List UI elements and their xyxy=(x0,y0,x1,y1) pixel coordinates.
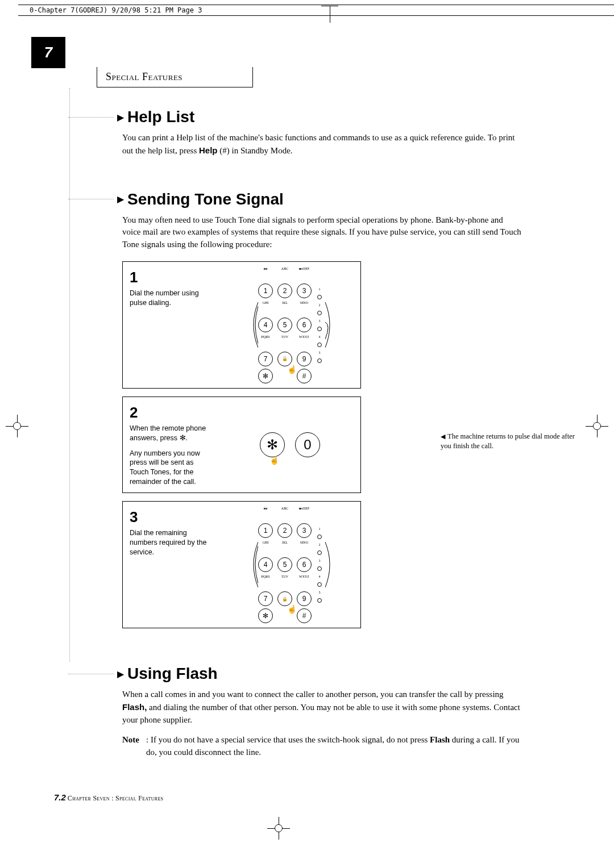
key: 🔒☝ xyxy=(277,352,292,366)
key: 🔒☝ xyxy=(277,591,292,606)
key: 4 xyxy=(258,318,273,332)
side-label: 2 xyxy=(317,542,322,547)
heading-using-flash: ▶ Using Flash xyxy=(68,665,523,683)
step-illustration: ⏮ABC⏭ DEF 123 GHIJKLMNO 456 PQRSTUVWXYZ … xyxy=(219,502,360,628)
page-content: ▶ Help List You can print a Help list of… xyxy=(68,97,523,759)
key: ✻ xyxy=(258,369,273,383)
keypad-icon: ⏮ABC⏭ DEF 123 GHIJKLMNO 456 PQRSTUVWXYZ … xyxy=(258,266,312,383)
step-text: 3 Dial the remaining numbers required by… xyxy=(123,502,219,628)
crop-mark-top xyxy=(321,6,338,23)
arrow-right-icon: ▶ xyxy=(117,669,124,679)
heading-sending-tone: ▶ Sending Tone Signal xyxy=(68,190,523,208)
dot-icon xyxy=(317,295,322,299)
key-label: MNO xyxy=(297,301,312,305)
key-label: ⏭ xyxy=(299,507,302,510)
key: # xyxy=(297,608,312,623)
key-label: ⏮ xyxy=(258,266,273,271)
dotted-leader xyxy=(68,199,114,199)
keypad-icon: ⏮ABC⏭ DEF 123 GHIJKLMNO 456 PQRSTUVWXYZ … xyxy=(258,506,312,623)
hand-pointer-icon: ☝ xyxy=(269,456,279,465)
key-label: ABC xyxy=(277,266,292,271)
key: 9 xyxy=(297,352,312,366)
key-label: ABC xyxy=(277,506,292,511)
text: : If you do not have a special service t… xyxy=(146,735,430,744)
dot-icon xyxy=(317,327,322,331)
heading-help-list: ▶ Help List xyxy=(68,108,523,126)
key-label: GHI xyxy=(258,540,273,545)
side-label: 1 xyxy=(317,287,322,291)
bold-key: Flash xyxy=(430,735,450,744)
key: 6 xyxy=(297,318,312,332)
key: # xyxy=(297,369,312,383)
handset-arc-icon xyxy=(248,299,258,350)
step-1: 1 Dial the number using pulse dialing. ⏮… xyxy=(122,261,361,389)
text: and dialing the number of that other per… xyxy=(122,703,520,724)
key-label: GHI xyxy=(258,301,273,305)
bold-key: Flash, xyxy=(122,702,147,712)
key-label: TUV xyxy=(277,574,292,579)
step-desc: Dial the remaining numbers required by t… xyxy=(130,529,207,556)
panel-edge-icon xyxy=(325,299,335,350)
side-label: 1 xyxy=(317,527,322,531)
key-label: DEF xyxy=(303,507,309,510)
key-label: JKL xyxy=(277,301,292,305)
key: 4 xyxy=(258,557,273,572)
side-label: 4 xyxy=(317,335,322,339)
section-title-tab: Special Features xyxy=(97,67,253,87)
panel-edge-icon xyxy=(325,539,335,590)
heading-text: Using Flash xyxy=(127,665,218,683)
crop-mark-bottom xyxy=(267,817,290,840)
side-label: 4 xyxy=(317,574,322,579)
text: (#) in Standby Mode. xyxy=(218,146,293,155)
dot-icon xyxy=(317,311,322,315)
steps-container: 1 Dial the number using pulse dialing. ⏮… xyxy=(122,261,523,628)
key: 7 xyxy=(258,352,273,366)
key: 6 xyxy=(297,557,312,572)
dot-icon xyxy=(317,582,322,587)
chapter-tab: 7 xyxy=(31,37,65,68)
arrow-left-icon: ◀ xyxy=(441,433,445,440)
key-label: ⏮ xyxy=(258,506,273,511)
dot-icon xyxy=(317,550,322,555)
footer-text: Chapter Seven : Special Features xyxy=(68,794,164,802)
step-illustration: ✻☝ 0 xyxy=(219,397,360,493)
key: 5 xyxy=(277,318,292,332)
step-number: 2 xyxy=(130,403,213,423)
registration-mark-left xyxy=(6,415,28,437)
key: 7 xyxy=(258,591,273,606)
key-label: DEF xyxy=(303,267,309,270)
step-text: 2 When the remote phone answers, press ✻… xyxy=(123,397,219,493)
key-label: MNO xyxy=(297,540,312,545)
step-text: 1 Dial the number using pulse dialing. xyxy=(123,262,219,388)
hand-pointer-icon: ☝ xyxy=(287,365,297,374)
note-label: Note xyxy=(122,735,139,744)
side-label: 5 xyxy=(317,590,322,595)
text: You can print a Help list of the machine… xyxy=(122,133,515,155)
key: 5 xyxy=(277,557,292,572)
side-note: ◀The machine returns to pulse dial mode … xyxy=(441,432,586,452)
print-job-text: 0-Chapter 7(GODREJ) 9/20/98 5:21 PM Page… xyxy=(30,6,202,14)
heading-text: Help List xyxy=(127,108,194,126)
step-number: 3 xyxy=(130,507,213,527)
side-buttons: 1 2 3 4 5 xyxy=(317,527,322,603)
step-illustration: ⏮ABC⏭ DEF 123 GHIJKLMNO 456 PQRSTUVWXYZ … xyxy=(219,262,360,388)
key: 3 xyxy=(297,283,312,298)
page-footer: 7.2 Chapter Seven : Special Features xyxy=(54,792,163,803)
key: 2 xyxy=(277,523,292,538)
hand-pointer-icon: ☝ xyxy=(287,604,297,614)
key: ✻ xyxy=(258,608,273,623)
print-job-header: 0-Chapter 7(GODREJ) 9/20/98 5:21 PM Page… xyxy=(18,5,614,16)
note-block: Note : If you do not have a special serv… xyxy=(122,734,523,759)
bold-key: Help xyxy=(199,145,218,155)
registration-mark-right xyxy=(586,415,608,437)
side-buttons: 1 2 3 4 5 xyxy=(317,287,322,363)
handset-arc-icon xyxy=(248,539,258,590)
arrow-right-icon: ▶ xyxy=(117,194,124,205)
side-label: 2 xyxy=(317,303,322,307)
text: When a call comes in and you want to con… xyxy=(122,690,504,699)
key-label: WXYZ xyxy=(297,335,312,339)
heading-text: Sending Tone Signal xyxy=(127,190,284,208)
arrow-right-icon: ▶ xyxy=(117,112,124,123)
key: 2 xyxy=(277,283,292,298)
step-number: 1 xyxy=(130,268,213,287)
